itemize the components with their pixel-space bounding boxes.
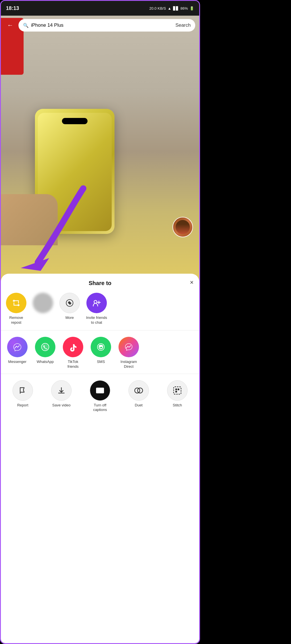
- blurred-icon: [33, 293, 53, 313]
- invite-friends-icon: [86, 293, 107, 313]
- more-icon: [59, 293, 80, 313]
- apps-row: Messenger WhatsApp TikTokfriends: [1, 331, 199, 374]
- remove-repost-icon: [6, 293, 26, 313]
- report-item[interactable]: Report: [13, 380, 33, 408]
- svg-marker-1: [21, 258, 49, 271]
- share-top-row: Removerepost More: [1, 290, 199, 331]
- captions-icon: [90, 380, 110, 401]
- purple-arrow: [9, 183, 95, 274]
- instagram-direct-item[interactable]: InstagramDirect: [117, 337, 140, 369]
- svg-point-4: [94, 300, 97, 303]
- save-video-label: Save video: [52, 403, 70, 408]
- messenger-label: Messenger: [8, 360, 26, 364]
- tiktok-friends-item[interactable]: TikTokfriends: [62, 337, 84, 369]
- sms-icon: [91, 337, 111, 357]
- svg-rect-20: [178, 389, 179, 390]
- report-icon: [13, 380, 33, 401]
- search-query: iPhone 14 Plus: [31, 22, 173, 28]
- svg-rect-12: [97, 390, 99, 390]
- whatsapp-item[interactable]: WhatsApp: [34, 337, 57, 364]
- captions-label: Turn offcaptions: [93, 403, 107, 413]
- svg-rect-18: [174, 387, 181, 394]
- network-speed: 20.0 KB/S: [149, 6, 166, 11]
- invite-friends-label: Invite friendsto chat: [86, 315, 107, 325]
- avatar[interactable]: [172, 217, 193, 237]
- svg-point-3: [68, 302, 71, 304]
- save-video-icon: [51, 380, 72, 401]
- signal-icon: ▊▊: [173, 6, 179, 11]
- svg-rect-11: [96, 388, 104, 393]
- duet-label: Duet: [135, 403, 142, 408]
- sms-item[interactable]: SMS: [90, 337, 112, 364]
- messenger-item[interactable]: Messenger: [6, 337, 29, 364]
- search-input-wrap[interactable]: 🔍 iPhone 14 Plus Search: [18, 19, 195, 32]
- status-time: 18:13: [6, 5, 19, 11]
- search-icon: 🔍: [23, 23, 29, 28]
- whatsapp-label: WhatsApp: [37, 360, 54, 364]
- battery-icon: 🔋: [190, 6, 194, 11]
- remove-repost-label: Removerepost: [9, 315, 23, 325]
- more-label: More: [65, 315, 74, 320]
- remove-repost-item[interactable]: Removerepost: [6, 293, 26, 325]
- battery-level: 86%: [180, 6, 188, 11]
- instagram-direct-label: InstagramDirect: [120, 360, 137, 369]
- sms-label: SMS: [97, 360, 105, 364]
- svg-rect-15: [101, 391, 102, 392]
- report-label: Report: [17, 403, 28, 408]
- svg-rect-21: [175, 391, 177, 392]
- duet-icon: [128, 380, 149, 401]
- back-button[interactable]: ←: [5, 20, 16, 30]
- phone-notch: [62, 118, 88, 124]
- status-bar: 18:13 20.0 KB/S ▲ ▊▊ 86% 🔋: [1, 1, 199, 16]
- wifi-icon: ▲: [168, 6, 171, 11]
- save-video-item[interactable]: Save video: [51, 380, 72, 408]
- search-bar-area: ← 🔍 iPhone 14 Plus Search: [1, 16, 199, 35]
- svg-rect-14: [101, 390, 103, 390]
- svg-rect-13: [97, 391, 99, 392]
- avatar-image: [176, 220, 190, 234]
- blurred-item[interactable]: [33, 293, 53, 315]
- whatsapp-icon: [35, 337, 55, 357]
- tiktok-icon: [63, 337, 83, 357]
- duet-item[interactable]: Duet: [128, 380, 149, 408]
- more-item[interactable]: More: [59, 293, 80, 320]
- stitch-icon: [167, 380, 188, 401]
- actions-row: Report Save video: [1, 374, 199, 418]
- turn-off-captions-item[interactable]: Turn offcaptions: [90, 380, 110, 413]
- status-icons: 20.0 KB/S ▲ ▊▊ 86% 🔋: [149, 6, 194, 11]
- instagram-icon: [119, 337, 139, 357]
- sheet-header: Share to ×: [1, 274, 199, 290]
- sheet-title: Share to: [89, 280, 111, 286]
- messenger-icon: [7, 337, 28, 357]
- stitch-item[interactable]: Stitch: [167, 380, 188, 408]
- search-button[interactable]: Search: [175, 22, 191, 28]
- svg-rect-19: [175, 389, 177, 390]
- share-bottom-sheet: Share to × Removerepost: [1, 274, 199, 643]
- invite-friends-item[interactable]: Invite friendsto chat: [86, 293, 107, 325]
- tiktok-friends-label: TikTokfriends: [67, 360, 78, 369]
- stitch-label: Stitch: [173, 403, 182, 408]
- close-button[interactable]: ×: [190, 279, 194, 286]
